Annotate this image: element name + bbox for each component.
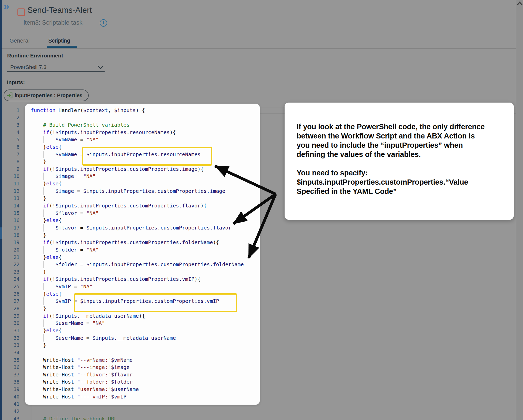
line-number: 7 bbox=[5, 151, 19, 158]
code-line[interactable]: } bbox=[31, 158, 46, 165]
line-number: 10 bbox=[5, 173, 19, 180]
code-line[interactable]: $userName = "NA" bbox=[31, 319, 105, 327]
code-line[interactable]: $flavor = "NA" bbox=[31, 209, 99, 217]
annotation-card: If you look at the PowerShell code, the … bbox=[285, 103, 514, 220]
code-line[interactable]: Write-Host "--folder:"$folder bbox=[31, 378, 133, 386]
tab-general[interactable]: General bbox=[9, 37, 29, 44]
line-number: 24 bbox=[5, 275, 19, 283]
yellow-highlight-box bbox=[74, 293, 237, 312]
annotation-text-line: You need to specify: bbox=[297, 168, 514, 177]
runtime-environment-select[interactable]: PowerShell 7.3 bbox=[10, 64, 46, 70]
expand-panel-icon[interactable]: » bbox=[4, 1, 9, 12]
code-line[interactable]: } bbox=[31, 195, 46, 202]
code-line[interactable]: $folder = $inputs.inputProperties.custom… bbox=[31, 261, 244, 268]
line-number: 23 bbox=[5, 268, 19, 276]
line-number: 2 bbox=[5, 114, 19, 121]
scrollbar-track[interactable] bbox=[516, 0, 523, 420]
annotation-text-line: defining the values of the variables. bbox=[297, 150, 514, 159]
inputs-label: Inputs: bbox=[7, 79, 25, 85]
line-number: 9 bbox=[5, 165, 19, 173]
code-line[interactable]: if(!$inputs.inputProperties.customProper… bbox=[31, 202, 207, 209]
code-line[interactable]: } bbox=[31, 232, 46, 239]
code-line[interactable]: Write-Host "----vmIP:"$vmIP bbox=[31, 393, 126, 401]
info-icon[interactable]: i bbox=[100, 19, 107, 27]
code-line[interactable]: if(!$inputs.inputProperties.customProper… bbox=[31, 239, 219, 246]
page-subtitle: item3: Scriptable task bbox=[24, 19, 82, 26]
code-line[interactable]: }else{ bbox=[31, 290, 62, 298]
line-number: 28 bbox=[5, 305, 19, 312]
code-line[interactable]: }else{ bbox=[31, 327, 62, 334]
line-number: 3 bbox=[5, 121, 19, 129]
code-line[interactable]: if(!$inputs.__metadata_userName){ bbox=[31, 312, 145, 320]
line-number: 34 bbox=[5, 349, 19, 356]
code-line[interactable]: $flavor = $inputs.inputProperties.custom… bbox=[31, 224, 232, 232]
line-number: 22 bbox=[5, 261, 19, 268]
line-number: 18 bbox=[5, 232, 19, 239]
code-line[interactable]: $image = "NA" bbox=[31, 173, 96, 180]
line-number: 5 bbox=[5, 136, 19, 143]
line-number: 43 bbox=[5, 415, 19, 420]
line-number: 32 bbox=[5, 334, 19, 342]
yellow-highlight-box bbox=[82, 147, 212, 166]
line-number: 31 bbox=[5, 327, 19, 334]
code-line[interactable]: if(!$inputs.inputProperties.resourceName… bbox=[31, 129, 176, 136]
select-underline bbox=[7, 71, 105, 72]
left-nav-notch bbox=[0, 227, 2, 239]
runtime-environment-label: Runtime Environment bbox=[7, 53, 63, 59]
code-line[interactable]: $folder = "NA" bbox=[31, 246, 99, 254]
code-line[interactable]: $userName = $inputs.__metadata_userName bbox=[31, 334, 176, 342]
annotation-text-line: $inputs.inputProperties.customProperties… bbox=[297, 177, 514, 187]
line-number: 21 bbox=[5, 254, 19, 261]
code-line[interactable]: Write-Host "userName:"$userName bbox=[31, 386, 139, 393]
code-line[interactable]: if(!$inputs.inputProperties.customProper… bbox=[31, 275, 200, 283]
line-number: 36 bbox=[5, 364, 19, 371]
line-number: 38 bbox=[5, 378, 19, 386]
annotation-text-line bbox=[297, 159, 514, 168]
annotation-text-line: between the Workflow Script and the ABX … bbox=[297, 131, 514, 141]
code-line[interactable]: $image = $inputs.inputProperties.customP… bbox=[31, 187, 225, 195]
code-line[interactable]: if(!$inputs.inputProperties.customProper… bbox=[31, 165, 204, 173]
code-line[interactable]: Write-Host "--vmName:"$vmName bbox=[31, 356, 133, 364]
line-number: 12 bbox=[5, 187, 19, 195]
code-line[interactable]: Write-Host "---image:"$image bbox=[31, 364, 129, 371]
tab-scripting[interactable]: Scripting bbox=[48, 37, 70, 44]
line-number: 19 bbox=[5, 239, 19, 246]
line-number: 40 bbox=[5, 393, 19, 401]
active-tab-underline bbox=[47, 46, 77, 48]
code-line[interactable]: $vmIP = "NA" bbox=[31, 283, 93, 290]
line-number: 33 bbox=[5, 342, 19, 349]
input-arrow-icon bbox=[7, 92, 13, 99]
left-nav-bar bbox=[0, 0, 2, 420]
code-line[interactable]: $vmName = "NA" bbox=[31, 136, 99, 143]
line-number: 14 bbox=[5, 202, 19, 209]
code-line[interactable]: } bbox=[31, 268, 46, 276]
line-number: 30 bbox=[5, 319, 19, 327]
task-checkbox[interactable] bbox=[17, 8, 25, 16]
line-number: 6 bbox=[5, 143, 19, 151]
input-chip-label: inputProperties : Properties bbox=[15, 93, 83, 98]
line-number: 8 bbox=[5, 158, 19, 165]
line-number: 29 bbox=[5, 312, 19, 320]
code-line[interactable]: # Build PowerShell variables bbox=[31, 121, 129, 129]
annotation-text-line: If you look at the PowerShell code, the … bbox=[297, 122, 514, 131]
line-number: 4 bbox=[5, 129, 19, 136]
input-properties-chip[interactable]: inputProperties : Properties bbox=[4, 89, 89, 101]
line-number: 27 bbox=[5, 297, 19, 305]
line-number: 35 bbox=[5, 356, 19, 364]
code-line[interactable]: function Handler($context, $inputs) { bbox=[31, 107, 145, 114]
tabbar-border bbox=[2, 48, 516, 49]
line-number: 42 bbox=[5, 408, 19, 415]
code-line[interactable]: }else{ bbox=[31, 180, 62, 187]
code-line[interactable]: } bbox=[31, 305, 46, 312]
code-line[interactable]: }else{ bbox=[31, 143, 62, 151]
chevron-down-icon bbox=[97, 65, 104, 70]
code-line[interactable]: }else{ bbox=[31, 254, 62, 261]
code-line[interactable]: # Define the webhook URL bbox=[31, 415, 117, 420]
line-number: 39 bbox=[5, 386, 19, 393]
line-number: 41 bbox=[5, 400, 19, 408]
code-line[interactable]: Write-Host "--flavor:"$flavor bbox=[31, 371, 133, 378]
scroll-up-icon[interactable] bbox=[517, 1, 523, 6]
code-line[interactable]: }else{ bbox=[31, 217, 62, 224]
code-line[interactable]: } bbox=[31, 342, 46, 349]
line-number: 25 bbox=[5, 283, 19, 290]
